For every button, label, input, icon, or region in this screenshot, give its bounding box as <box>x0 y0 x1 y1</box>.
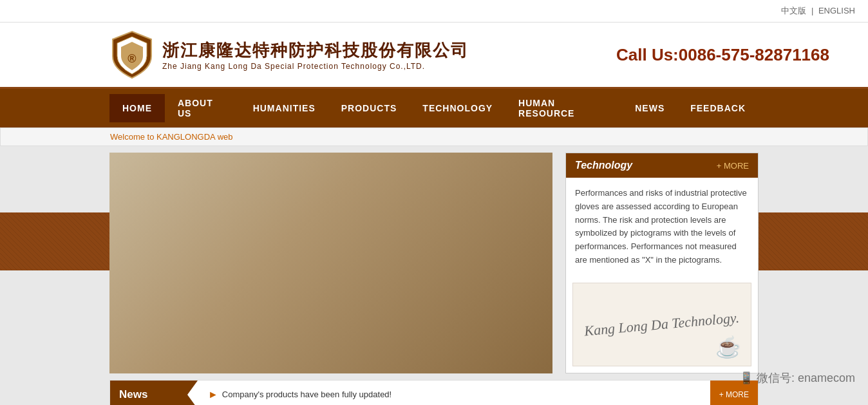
news-header-row: News ► Company's products have been full… <box>110 381 758 405</box>
nav-products[interactable]: PRODUCTS <box>328 94 410 122</box>
welcome-bar: Welcome to KANGLONGDA web <box>0 127 868 146</box>
nav-technology[interactable]: TECHNOLOGY <box>410 94 505 122</box>
coffee-icon: ☕ <box>715 335 741 359</box>
news-label-arrow <box>187 381 198 405</box>
nav-feedback[interactable]: FEEDBACK <box>677 94 759 122</box>
nav-home[interactable]: HOME <box>109 94 165 122</box>
side-deco-left <box>0 212 109 270</box>
technology-more-button[interactable]: + MORE <box>717 161 749 171</box>
nav-bar: HOME ABOUT US HUMANITIES PRODUCTS TECHNO… <box>0 89 868 127</box>
banner-slider[interactable] <box>109 153 552 373</box>
logo-english: Zhe Jiang Kang Long Da Special Protectio… <box>162 62 469 71</box>
side-deco-right <box>759 212 868 270</box>
svg-text:®: ® <box>127 52 136 65</box>
technology-box: Technology + MORE Performances and risks… <box>565 153 759 373</box>
top-bar: 中文版 | ENGLISH <box>0 0 868 23</box>
nav-about[interactable]: ABOUT US <box>165 89 240 127</box>
technology-image: Kang Long Da Technology. ☕ <box>572 283 751 366</box>
news-ticker: ► Company's products have been fully upd… <box>198 381 710 405</box>
lang-en-link[interactable]: ENGLISH <box>818 6 855 15</box>
technology-description: Performances and risks of industrial pro… <box>566 178 758 276</box>
main-content: Technology + MORE Performances and risks… <box>0 146 868 380</box>
lang-links[interactable]: 中文版 | ENGLISH <box>781 5 855 17</box>
nav-human-resource[interactable]: HUMAN RESOURCE <box>505 89 622 127</box>
news-ticker-text: Company's products have been fully updat… <box>222 390 392 399</box>
news-more-button[interactable]: + MORE <box>710 381 758 405</box>
logo-area: ® 浙江康隆达特种防护科技股份有限公司 Zhe Jiang Kang Long … <box>109 29 469 80</box>
news-bullet-icon: ► <box>208 389 218 400</box>
lang-cn-link[interactable]: 中文版 <box>781 6 806 15</box>
logo-shield-icon: ® <box>109 29 155 80</box>
logo-chinese: 浙江康隆达特种防护科技股份有限公司 <box>162 39 469 62</box>
nav-news[interactable]: NEWS <box>622 94 677 122</box>
news-label-container: News <box>110 381 198 405</box>
news-label: News <box>110 381 187 405</box>
lang-separator: | <box>811 6 813 15</box>
nav-humanities[interactable]: HUMANITIES <box>240 94 328 122</box>
header: ® 浙江康隆达特种防护科技股份有限公司 Zhe Jiang Kang Long … <box>0 23 868 89</box>
news-section: News ► Company's products have been full… <box>109 380 759 405</box>
logo-text-block: 浙江康隆达特种防护科技股份有限公司 Zhe Jiang Kang Long Da… <box>162 39 469 71</box>
technology-title: Technology <box>575 160 632 171</box>
technology-header: Technology + MORE <box>566 153 758 178</box>
slider-background <box>109 153 552 373</box>
welcome-text: Welcome to KANGLONGDA web <box>110 132 233 142</box>
phone-number: Call Us:0086-575-82871168 <box>616 45 829 65</box>
